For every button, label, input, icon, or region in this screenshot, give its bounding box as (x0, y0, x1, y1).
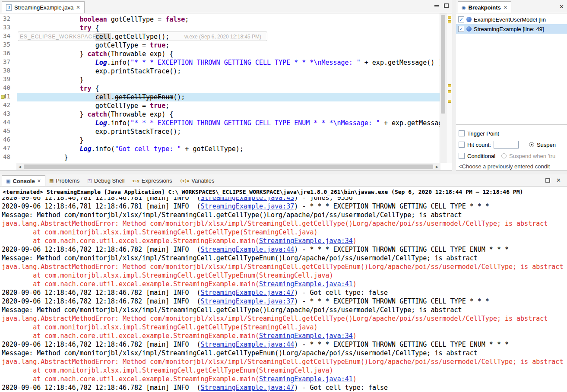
horizontal-scrollbar[interactable]: ◂ ▸ (16, 163, 440, 170)
tab-debugshell[interactable]: ◳Debug Shell (83, 175, 128, 186)
console-link[interactable]: StreamingExample.java:34 (259, 237, 353, 245)
vertical-scrollbar[interactable] (440, 13, 446, 163)
breakpoint-list: ✓ExampleEventUserModel [lin✓StreamingExa… (456, 15, 567, 34)
console-tabbar: ▣Console✕▦Problems◳Debug Shellx+yExpress… (0, 174, 567, 187)
breakpoint-item[interactable]: ✓ExampleEventUserModel [lin (456, 15, 567, 24)
annotation-mark[interactable] (448, 20, 451, 23)
hit-count-checkbox[interactable]: ✓ (459, 142, 465, 148)
breakpoint-item[interactable]: ✓StreamingExample [line: 49] (456, 24, 567, 34)
code-line[interactable]: cell.getCellType(); (17, 32, 440, 41)
conditional-label: Conditional (467, 153, 495, 159)
line-number[interactable]: 39 (0, 76, 17, 84)
overview-ruler[interactable] (446, 13, 452, 163)
code-line[interactable]: try { (17, 84, 440, 93)
vertical-sash[interactable] (452, 0, 456, 171)
tab-label: Console (13, 178, 35, 184)
console-link[interactable]: StreamingExample.java:41 (259, 375, 353, 383)
line-number[interactable]: 44 (0, 119, 17, 127)
console-link[interactable]: StreamingExample.java:44 (201, 341, 295, 348)
maximize-view-icon[interactable] (545, 178, 550, 183)
close-icon[interactable]: ✕ (76, 5, 80, 10)
suspend-when-true-radio[interactable] (501, 153, 507, 158)
annotation-mark[interactable] (448, 100, 451, 103)
console-link[interactable]: StreamingExample.java:43 (201, 197, 295, 202)
code-line[interactable]: try { (17, 24, 440, 32)
scrollbar-thumb[interactable] (441, 15, 445, 114)
console-link[interactable]: StreamingExample.java:34 (259, 332, 353, 340)
tab-problems[interactable]: ▦Problems (45, 175, 83, 186)
gutter[interactable]: 3233343536373839404142434445464748 (0, 13, 17, 163)
line-number[interactable]: 36 (0, 50, 17, 58)
console-link[interactable]: StreamingExample.java:41 (259, 280, 353, 288)
horizontal-sash[interactable] (0, 171, 567, 174)
problems-icon: ▦ (49, 178, 54, 183)
code-line[interactable]: } catch(Throwable exp) { (17, 50, 440, 58)
console-line: Message: Method com/monitorjbl/xlsx/impl… (2, 254, 567, 262)
console-link[interactable]: StreamingExample.java:37 (201, 297, 295, 305)
condition-placeholder[interactable]: <Choose a previously entered condit (459, 161, 564, 170)
annotation-mark[interactable] (448, 16, 451, 19)
line-number[interactable]: 37 (0, 58, 17, 67)
line-number[interactable]: 40 (0, 84, 17, 93)
line-number[interactable]: 33 (0, 24, 17, 32)
breakpoint-checkbox[interactable]: ✓ (458, 26, 464, 32)
breakpoint-checkbox[interactable]: ✓ (458, 16, 464, 22)
code-line[interactable]: } catch(Throwable exp) { (17, 110, 440, 119)
console-link[interactable]: StreamingExample.java:47 (201, 289, 295, 297)
console-output[interactable]: 2020-09-06 12:18:46,781 12:18:46.781 [ma… (0, 197, 567, 392)
minimize-icon[interactable] (434, 5, 439, 6)
console-link[interactable]: StreamingExample.java:37 (201, 202, 295, 210)
code-line[interactable]: } (17, 153, 440, 162)
annotation-mark[interactable] (448, 90, 451, 93)
close-icon[interactable]: ✕ (37, 178, 41, 184)
tab-breakpoints[interactable]: ◉ Breakpoints ✕ (458, 1, 511, 13)
annotation-mark[interactable] (448, 84, 451, 87)
java-file-icon: J (6, 4, 12, 11)
code-line[interactable]: gotCellType = true; (17, 101, 440, 110)
line-number[interactable]: 42 (0, 101, 17, 110)
code-line[interactable]: exp.printStackTrace(); (17, 67, 440, 76)
scroll-right-icon[interactable]: ▸ (434, 164, 440, 170)
code-line[interactable]: Log.info("* * * EXCEPTION THROWN GETTING… (17, 119, 440, 127)
tab-variables[interactable]: (x)=Variables (176, 175, 219, 186)
line-number[interactable]: 46 (0, 136, 17, 145)
line-number[interactable]: 38 (0, 67, 17, 76)
console-line: java.lang.AbstractMethodError: Method co… (2, 357, 567, 366)
line-number[interactable]: 34 (0, 32, 17, 41)
code-line[interactable]: gotCellType = true; (17, 41, 440, 50)
line-number[interactable]: 47 (0, 145, 17, 153)
tab-console[interactable]: ▣Console✕ (2, 175, 45, 186)
code-area[interactable]: ES_ECLIPSE_WORKSPACE w.exe (Sep 6, 2020 … (17, 13, 440, 163)
scrollbar-thumb[interactable] (24, 164, 433, 169)
code-line[interactable]: } (17, 76, 440, 84)
code-line[interactable]: exp.printStackTrace(); (17, 127, 440, 136)
maximize-icon[interactable] (444, 3, 449, 8)
line-number[interactable]: 48 (0, 153, 17, 162)
code-line[interactable]: Log.info("* * * EXCEPTION THROWN GETTING… (17, 58, 440, 67)
tab-expressions[interactable]: x+yExpressions (128, 175, 176, 186)
close-view-icon[interactable]: ✕ (556, 177, 561, 183)
scroll-left-icon[interactable]: ◂ (16, 164, 23, 170)
code-line[interactable]: boolean gotCellType = false; (17, 15, 440, 24)
console-line: at com.nach.core.util.excel.example.Stre… (2, 280, 567, 288)
line-number[interactable]: 35 (0, 41, 17, 50)
line-number[interactable]: 45 (0, 127, 17, 136)
trigger-point-label: Trigger Point (467, 130, 499, 137)
console-line: at com.monitorjbl.xlsx.impl.StreamingCel… (2, 228, 567, 237)
code-line[interactable]: } (17, 136, 440, 145)
trigger-point-checkbox[interactable]: ✓ (459, 130, 465, 136)
console-link[interactable]: StreamingExample.java:44 (201, 246, 295, 253)
console-link[interactable]: StreamingExample.java:47 (201, 384, 295, 392)
conditional-checkbox[interactable]: ✓ (459, 153, 465, 159)
close-view-icon[interactable]: ✕ (559, 3, 564, 10)
line-number[interactable]: 43 (0, 110, 17, 119)
line-number[interactable]: 32 (0, 15, 17, 24)
close-icon[interactable]: ✕ (504, 5, 507, 10)
hit-count-input[interactable] (494, 141, 519, 149)
suspend-thread-radio[interactable] (529, 142, 534, 147)
console-line: at com.nach.core.util.excel.example.Stre… (2, 332, 567, 340)
code-line[interactable]: Log.info("Got cell type: " + gotCellType… (17, 145, 440, 153)
breakpoint-label: StreamingExample [line: 49] (474, 26, 544, 32)
tab-streamingexample-java[interactable]: J StreamingExample.java ✕ (2, 1, 85, 13)
code-line[interactable]: cell.getCellTypeEnum(); (17, 93, 440, 101)
